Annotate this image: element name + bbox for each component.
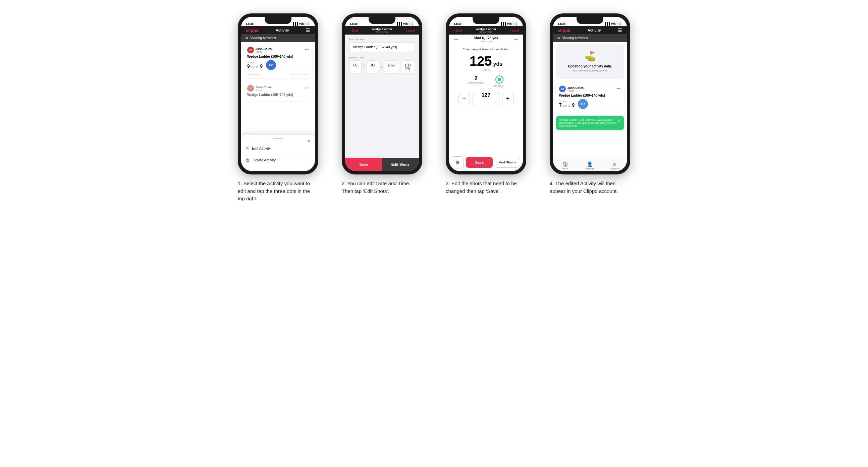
phone4-tab-activities[interactable]: 👤 Activities: [578, 159, 602, 171]
phone4-tab-capture[interactable]: ⊕ Capture: [602, 159, 627, 171]
hit-target-dot: [498, 78, 501, 81]
phone2-edit-footer: Save Edit Shots: [345, 158, 419, 171]
phone2-separator2: /: [381, 65, 382, 69]
phone2-time-input[interactable]: 1:13 PM: [401, 60, 415, 74]
phone2-edit-header: < Back Wedge Ladder 06 Mar 2023 Cancel: [345, 26, 419, 35]
phone3-increment-btn[interactable]: +: [502, 93, 514, 104]
phone4-tab-home[interactable]: 🏠 Home: [553, 159, 578, 171]
phone3-unit: yds: [493, 61, 503, 67]
phone3-save-btn[interactable]: Save: [466, 157, 493, 168]
phone3-decrement-btn[interactable]: −: [459, 93, 470, 104]
phone3-difference-stat: 2 Difference (yds): [468, 75, 484, 87]
phone1-nav-bar: clippd Activity ☰: [241, 26, 315, 34]
phone2-container: 14:38 ▐▐▐ WiFi 🔋 < Back Wedge Ladder 06 …: [335, 13, 429, 195]
phone1-card1-footer-left: Test Information: [247, 73, 261, 75]
phone2-status-icons: ▐▐▐ WiFi 🔋: [396, 22, 414, 26]
phone2-notch: [369, 17, 396, 24]
phone4-card-outof: OUT OF: [562, 105, 571, 107]
phone3-cancel-btn[interactable]: Cancel: [509, 29, 519, 32]
phone3-hit-target-stat: Hit Target: [494, 75, 504, 87]
phone2-header-title: Wedge Ladder: [372, 28, 393, 31]
phone3-difference-label: Difference (yds): [468, 82, 484, 84]
phone4-card-score-row: Score 7 OUT OF 9 118: [559, 99, 621, 109]
phone2-separator1: /: [364, 65, 365, 69]
trash-icon: 🗑: [246, 158, 250, 162]
phone3-shot-content: Enter carry distance for each shot 125 y…: [449, 44, 523, 156]
phone3-back-btn[interactable]: < Back: [453, 29, 463, 32]
phone2-caption: 2. You can edit Date and Time. Then tap …: [342, 180, 422, 195]
phone1-menu-icon[interactable]: ☰: [306, 28, 310, 33]
phone3-edit-header: < Back Wedge Ladder 06 Mar 2023 Cancel: [449, 26, 523, 35]
phone1-delete-activity-item[interactable]: 🗑 Delete Activity: [246, 154, 310, 166]
phone4-toast-close[interactable]: ✕: [617, 118, 621, 123]
phone3-hit-target-label: Hit Target: [494, 85, 504, 87]
phone2-frame: 14:38 ▐▐▐ WiFi 🔋 < Back Wedge Ladder 06 …: [342, 13, 422, 175]
phone1-frame: 14:38 ▐▐▐ WiFi 🔋 clippd Activity ☰ ⚙: [238, 13, 318, 175]
phone1-edit-activity-label: Edit Activity: [252, 146, 271, 150]
phone4-card-header: JC Josh Coles Today •••: [559, 86, 621, 92]
phone4-nav-title: Activity: [570, 28, 618, 32]
phone4-card-dots-menu[interactable]: •••: [616, 87, 621, 91]
activities-icon4: ⚙: [557, 36, 560, 40]
phone4-time: 14:38: [558, 22, 565, 26]
phone2-edit-shots-btn[interactable]: Edit Shots: [382, 158, 419, 171]
phone3-distance: 125: [470, 54, 492, 68]
phone1-card2-title: Wedge Ladder (100–140 yds): [247, 93, 309, 97]
phone2-back-btn[interactable]: < Back: [349, 29, 359, 32]
phone1-card1-score-item: Score 9 OUT OF 9: [247, 61, 262, 69]
phone3-distance-row: 125 yds: [470, 54, 502, 68]
phone2-month-input[interactable]: 03: [367, 60, 379, 74]
phone4-card-shots-value: 9: [572, 102, 575, 108]
phone3-input-row: − 127 +: [459, 92, 514, 105]
phone2-header-center: Wedge Ladder 06 Mar 2023: [372, 28, 393, 33]
phone1-card1-user-date: Today: [255, 51, 272, 53]
phone1-card2-dots-menu[interactable]: •••: [305, 86, 309, 91]
phone3-right-arrow[interactable]: →: [513, 36, 519, 43]
phone1-card2-user-name: Josh Coles: [255, 86, 272, 89]
phone4-updating-sub: This may take a few moments.: [572, 69, 608, 72]
phone1-card1-title: Wedge Ladder (100–140 yds): [247, 55, 309, 58]
phone1-section-header-text: Viewing Activities: [250, 36, 276, 40]
bottom-sheet-handle: [273, 138, 283, 139]
phone1-logo: clippd: [246, 28, 258, 33]
phone4-screen: 14:38 ▐▐▐ WiFi 🔋 clippd Activity ☰ ⚙ Vie…: [553, 17, 627, 171]
phone4-updating-title: Updating your activity data.: [568, 64, 612, 68]
phone3-frame: 14:39 ▐▐▐ WiFi 🔋 < Back Wedge Ladder 06 …: [446, 13, 526, 175]
phone2-screen: 14:38 ▐▐▐ WiFi 🔋 < Back Wedge Ladder 06 …: [345, 17, 419, 171]
activities-icon: ⚙: [245, 36, 248, 40]
phone1-card1-outof: OUT OF: [251, 66, 259, 68]
phone2-save-btn[interactable]: Save: [345, 158, 382, 171]
phone1-card2-header: JC Josh Coles Today •••: [247, 85, 309, 92]
phone1-card1-sq-badge: 130: [266, 60, 276, 70]
phone3-next-shot-btn[interactable]: Next Shot →: [495, 157, 520, 168]
wifi-icon4: WiFi: [611, 22, 617, 26]
phone1-card1-footer: Test Information Data: Clippd Capture: [247, 72, 309, 75]
phone3-target-label: Target: [482, 68, 490, 71]
phone1-edit-activity-item[interactable]: ✏ Edit Activity: [246, 143, 310, 154]
phone3-difference-value: 2: [468, 75, 484, 82]
phone4-logo: clippd: [558, 28, 570, 33]
phone4-toast-text: "Wedge Ladder (100–140 yds)" was updated…: [559, 118, 617, 127]
phone4-updating-overlay: ⛳ Updating your activity data. This may …: [556, 44, 624, 79]
phone3-left-arrow[interactable]: ←: [453, 36, 459, 43]
battery-icon: 🔋: [307, 22, 310, 26]
phone2-title-input[interactable]: Wedge Ladder (100–140 yds): [349, 42, 415, 52]
signal-icon4: ▐▐▐: [604, 22, 610, 26]
battery-icon3: 🔋: [515, 22, 518, 26]
phone3-delete-btn[interactable]: 🗑: [452, 156, 464, 168]
phone2-cancel-btn[interactable]: Cancel: [405, 29, 415, 32]
phone2-year-input[interactable]: 2023: [384, 60, 399, 74]
phone1-card2: JC Josh Coles Today ••• Wedge Ladder (10…: [244, 82, 312, 101]
phone2-time: 14:38: [350, 22, 358, 26]
phone4-caption: 4. The edited Activity will then appear …: [550, 180, 630, 195]
phone3-header-title: Wedge Ladder: [475, 28, 496, 31]
signal-icon2: ▐▐▐: [396, 22, 402, 26]
phone4-card-user-date: Today: [567, 90, 584, 92]
bottom-sheet-close[interactable]: ✕: [307, 138, 311, 144]
phone1-card1-dots-menu[interactable]: •••: [305, 48, 309, 52]
phone3-caption: 3. Edit the shots that need to be change…: [446, 180, 526, 195]
phone2-day-input[interactable]: 06: [349, 60, 362, 74]
phone4-card-user-name: Josh Coles: [567, 86, 584, 90]
phone4-menu-icon[interactable]: ☰: [618, 28, 622, 33]
phone3-input-value[interactable]: 127: [472, 92, 499, 105]
